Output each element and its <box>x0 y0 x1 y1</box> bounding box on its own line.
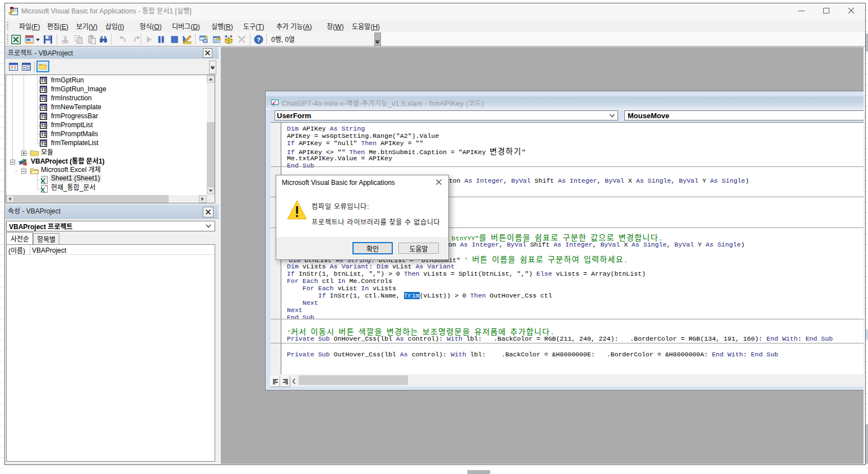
svg-text:?: ? <box>257 36 261 43</box>
